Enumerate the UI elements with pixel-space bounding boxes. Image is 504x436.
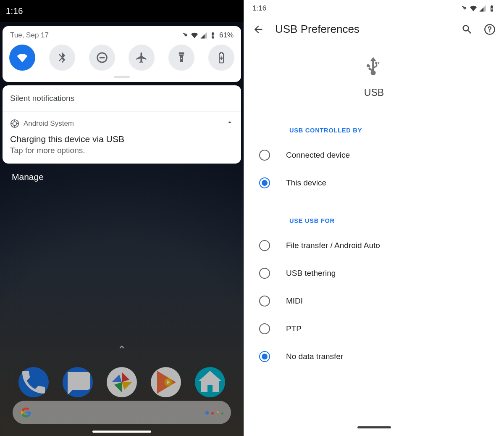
- svg-rect-1: [99, 57, 105, 58]
- signal-icon: [200, 32, 207, 39]
- radio-icon: [259, 296, 270, 307]
- svg-point-2: [181, 58, 182, 60]
- quick-settings-panel[interactable]: Tue, Sep 17 61%: [3, 26, 241, 82]
- status-bar: 1:16: [0, 0, 244, 22]
- vpn-key-icon: [460, 5, 468, 12]
- radio-icon: [259, 323, 270, 334]
- radio-icon: [259, 240, 270, 251]
- radio-icon: [259, 351, 270, 362]
- wifi-icon: [16, 51, 29, 64]
- google-search-bar[interactable]: [13, 401, 231, 424]
- radio-icon: [259, 177, 270, 188]
- status-time: 1:16: [252, 4, 266, 13]
- battery-saver-icon: [215, 51, 228, 64]
- section-header-controlled-by: USB CONTROLLED BY: [244, 123, 504, 141]
- search-button[interactable]: [461, 24, 473, 35]
- collapse-icon[interactable]: [226, 119, 234, 128]
- radio-label: File transfer / Android Auto: [286, 241, 380, 250]
- signal-icon: [479, 5, 486, 12]
- battery-charging-icon: [209, 32, 217, 39]
- radio-icon: [259, 150, 270, 161]
- google-g-icon: [20, 407, 32, 418]
- airplane-icon: [135, 51, 148, 64]
- back-button[interactable]: [252, 24, 264, 35]
- battery-charging-icon: [488, 5, 496, 12]
- home-dock: [0, 367, 244, 397]
- app-photos[interactable]: [107, 367, 137, 397]
- radio-label: USB tethering: [286, 269, 336, 278]
- qs-tile-wifi[interactable]: [9, 45, 35, 71]
- radio-ptp[interactable]: PTP: [244, 315, 504, 343]
- radio-label: This device: [286, 178, 326, 188]
- gesture-nav-pill[interactable]: [92, 431, 151, 433]
- radio-usb-tethering[interactable]: USB tethering: [244, 259, 504, 287]
- radio-label: Connected device: [286, 151, 350, 160]
- radio-connected-device[interactable]: Connected device: [244, 141, 504, 169]
- qs-tile-battery-saver[interactable]: [208, 45, 234, 71]
- app-messages[interactable]: [63, 367, 93, 397]
- gesture-nav-pill[interactable]: [357, 426, 391, 428]
- svg-point-4: [13, 122, 16, 125]
- vpn-key-icon: [181, 32, 189, 39]
- qs-tile-airplane[interactable]: [129, 45, 155, 71]
- usb-hero-label: USB: [244, 87, 504, 98]
- section-header-use-usb-for: USE USB FOR: [244, 213, 504, 232]
- radio-label: PTP: [286, 324, 302, 333]
- divider: [244, 202, 504, 202]
- page-title: USB Preferences: [275, 23, 450, 36]
- wifi-icon: [470, 5, 477, 12]
- qs-header: Tue, Sep 17 61%: [8, 31, 236, 45]
- app-home[interactable]: [195, 367, 225, 397]
- dnd-icon: [96, 51, 108, 64]
- manage-notifications-button[interactable]: Manage: [0, 164, 244, 190]
- qs-expand-handle[interactable]: [114, 76, 130, 78]
- help-button[interactable]: [484, 24, 496, 35]
- qs-tile-bluetooth[interactable]: [49, 45, 75, 71]
- notification-source: Android System: [24, 119, 74, 128]
- radio-midi[interactable]: MIDI: [244, 287, 504, 315]
- silent-notifications-card: Silent notifications Android System Char…: [3, 85, 241, 164]
- app-phone[interactable]: [18, 367, 49, 397]
- app-bar: USB Preferences: [244, 17, 504, 40]
- svg-point-7: [489, 31, 491, 32]
- screen-notification-shade: 1:16 Tue, Sep 17 61%: [0, 0, 244, 436]
- usb-icon: [362, 55, 386, 79]
- notification-item[interactable]: Android System Charging this device via …: [3, 112, 241, 164]
- usb-hero: USB: [244, 40, 504, 123]
- radio-this-device[interactable]: This device: [244, 169, 504, 197]
- app-play-music[interactable]: [151, 367, 181, 397]
- bluetooth-icon: [56, 51, 68, 64]
- radio-file-transfer[interactable]: File transfer / Android Auto: [244, 232, 504, 259]
- notification-title: Charging this device via USB: [10, 134, 234, 144]
- silent-notifications-header: Silent notifications: [3, 85, 241, 112]
- status-time: 1:16: [6, 6, 23, 16]
- wifi-icon: [191, 32, 198, 39]
- status-bar: 1:16: [244, 0, 504, 17]
- qs-battery-pct: 61%: [219, 31, 234, 40]
- qs-tile-row: [8, 45, 236, 74]
- qs-status-icons: [181, 32, 217, 39]
- flashlight-icon: [175, 51, 188, 64]
- android-system-icon: [10, 119, 19, 128]
- radio-label: No data transfer: [286, 352, 343, 361]
- screen-usb-preferences: 1:16 USB Preferences USB USB CONTROLLED …: [244, 0, 504, 436]
- qs-tile-dnd[interactable]: [89, 45, 115, 71]
- radio-no-data-transfer[interactable]: No data transfer: [244, 343, 504, 370]
- qs-date: Tue, Sep 17: [10, 31, 49, 40]
- assistant-icon[interactable]: [205, 409, 223, 416]
- radio-icon: [259, 268, 270, 279]
- app-drawer-hint-icon: [117, 343, 126, 354]
- notification-subtitle: Tap for more options.: [10, 146, 234, 155]
- qs-tile-flashlight[interactable]: [168, 45, 194, 71]
- radio-label: MIDI: [286, 296, 303, 306]
